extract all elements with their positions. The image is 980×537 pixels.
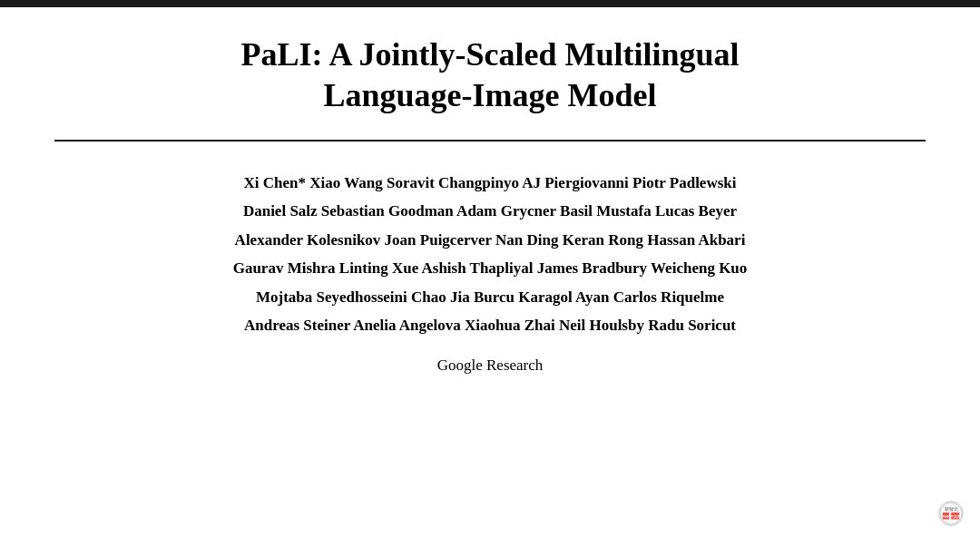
institution: Google Research xyxy=(54,356,926,375)
watermark: 新智元 PHP 中文网 xyxy=(938,501,964,526)
main-content: PaLI: A Jointly-Scaled Multilingual Lang… xyxy=(0,7,980,537)
authors-line-2: Daniel Salz Sebastian Goodman Adam Grycn… xyxy=(54,197,926,225)
title-divider xyxy=(54,140,926,142)
svg-text:PHP: PHP xyxy=(943,515,950,519)
title-section: PaLI: A Jointly-Scaled Multilingual Lang… xyxy=(240,34,739,116)
svg-text:新智元: 新智元 xyxy=(945,506,958,512)
authors-line-1: Xi Chen* Xiao Wang Soravit Changpinyo AJ… xyxy=(54,169,926,197)
title-line2: Language-Image Model xyxy=(324,77,657,113)
svg-text:中文网: 中文网 xyxy=(950,514,961,519)
authors-line-3: Alexander Kolesnikov Joan Puigcerver Nan… xyxy=(54,226,926,254)
top-bar xyxy=(0,0,980,7)
authors-line-5: Mojtaba Seyedhosseini Chao Jia Burcu Kar… xyxy=(54,283,926,311)
paper-title: PaLI: A Jointly-Scaled Multilingual Lang… xyxy=(240,34,739,116)
authors-line-4: Gaurav Mishra Linting Xue Ashish Thapliy… xyxy=(54,254,926,282)
watermark-logo: 新智元 PHP 中文网 xyxy=(938,501,964,526)
authors-section: Xi Chen* Xiao Wang Soravit Changpinyo AJ… xyxy=(54,169,926,375)
title-line1: PaLI: A Jointly-Scaled Multilingual xyxy=(240,36,739,73)
authors-line-6: Andreas Steiner Anelia Angelova Xiaohua … xyxy=(54,311,926,339)
